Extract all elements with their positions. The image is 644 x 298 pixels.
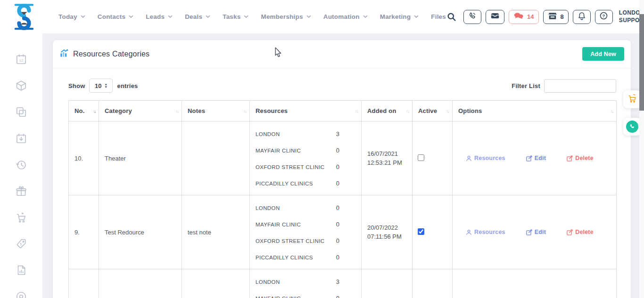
cell-options: Resources Edit Delete <box>453 121 617 195</box>
cell-category <box>99 269 182 298</box>
cell-added-on: 20/07/2022 07:11:56 PM <box>362 195 413 269</box>
column-header-category[interactable]: Category↑↓ <box>99 101 182 121</box>
cell-active <box>413 195 453 269</box>
floating-phone-button[interactable] <box>623 118 641 136</box>
resource-line: PICCADILLY CLINICS0 <box>256 175 339 192</box>
resource-line: MAYFAIR CLINIC0 <box>256 290 339 298</box>
search-icon[interactable] <box>446 11 457 23</box>
notifications-button[interactable] <box>573 10 591 24</box>
resource-name: LONDON <box>256 279 280 285</box>
edit-icon <box>526 155 532 161</box>
filter-label: Filter List <box>512 82 540 89</box>
cell-added-on: 16/07/2021 12:53:21 PM <box>362 121 413 195</box>
resource-count: 0 <box>336 180 339 187</box>
column-header-resources[interactable]: Resources↑↓ <box>250 101 362 121</box>
link-resources-label: Resources <box>474 155 505 161</box>
column-header-added-on[interactable]: Added on↑↓ <box>362 101 413 121</box>
nav-item-contacts[interactable]: Contacts <box>98 13 133 20</box>
price-tag-icon[interactable]: $ <box>15 238 27 250</box>
resource-count: 3 <box>336 130 339 137</box>
edit-icon <box>526 229 532 235</box>
cell-active <box>413 121 453 195</box>
table-row: 9. Test Redource test note LONDON0MAYFAI… <box>69 195 617 269</box>
cart-icon[interactable] <box>15 211 27 224</box>
column-header-active[interactable]: Active↑↓ <box>413 101 453 121</box>
resource-count: 3 <box>336 278 339 285</box>
nav-item-leads[interactable]: Leads <box>146 13 173 20</box>
link-edit-label: Edit <box>535 155 546 161</box>
chevron-down-icon <box>244 15 248 18</box>
active-checkbox[interactable] <box>418 228 424 235</box>
sort-icon: ↑↓ <box>175 108 178 113</box>
resource-line: MAYFAIR CLINIC0 <box>256 142 339 159</box>
resources-link[interactable]: Resources <box>466 229 505 235</box>
nav-item-marketing[interactable]: Marketing <box>380 13 419 20</box>
cell-resources: LONDON3MAYFAIR CLINIC0 <box>256 269 361 298</box>
nav-item-tasks[interactable]: Tasks <box>223 13 248 20</box>
nav-item-files[interactable]: Files <box>431 13 446 20</box>
package-icon[interactable] <box>15 80 27 92</box>
cell-no: 10. <box>69 121 99 195</box>
app-logo[interactable] <box>13 3 35 31</box>
phone-button[interactable] <box>463 10 481 24</box>
page-size-select[interactable]: 10 ▲▼ <box>89 79 113 93</box>
column-header-no-[interactable]: No.↑↓ <box>69 101 99 121</box>
add-new-button[interactable]: Add New <box>582 47 624 61</box>
column-header-notes[interactable]: Notes↑↓ <box>182 101 250 121</box>
store-count-badge: 8 <box>561 13 564 20</box>
svg-text:$: $ <box>20 242 22 246</box>
cell-options: Resources Edit Delete <box>453 195 617 269</box>
row-options: Resources Edit Delete <box>458 155 611 161</box>
added-time: 12:53:21 PM <box>367 158 406 167</box>
gift-icon[interactable] <box>15 185 27 197</box>
nav-item-deals[interactable]: Deals <box>185 13 210 20</box>
edit-link[interactable]: Edit <box>526 229 546 235</box>
phone-icon <box>626 121 638 133</box>
chevron-down-icon <box>168 15 173 18</box>
edit-link[interactable]: Edit <box>526 155 546 161</box>
nav-item-memberships[interactable]: Memberships <box>261 13 311 20</box>
cell-category: Theater <box>99 121 182 195</box>
nav-item-automation[interactable]: Automation <box>323 13 368 20</box>
resource-count: 0 <box>336 163 339 170</box>
scrollbar-thumb[interactable] <box>639 14 644 111</box>
store-button[interactable]: 8 <box>543 10 569 24</box>
calendar-icon[interactable]: 12 <box>15 53 27 65</box>
resource-line: MAYFAIR CLINIC0 <box>256 216 339 233</box>
target-icon[interactable] <box>15 290 27 298</box>
sort-icon: ↑↓ <box>355 108 358 113</box>
inbox-button[interactable] <box>486 10 504 24</box>
sort-icon: ↑↓ <box>406 108 409 113</box>
chart-icon <box>60 48 69 59</box>
column-header-options[interactable]: Options↑↓ <box>453 101 617 121</box>
added-time: 07:11:56 PM <box>367 232 406 241</box>
cell-category: Test Redource <box>99 195 182 269</box>
calendar-in-icon[interactable] <box>15 132 27 145</box>
report-icon[interactable] <box>15 264 27 276</box>
resource-count: 0 <box>336 254 339 261</box>
active-checkbox[interactable] <box>418 154 424 161</box>
delete-link[interactable]: Delete <box>567 155 594 161</box>
cell-options <box>453 269 617 298</box>
cell-notes <box>182 121 250 195</box>
chat-count-badge: 14 <box>527 13 534 20</box>
chat-button[interactable]: 14 <box>509 10 538 24</box>
copy-icon[interactable] <box>15 106 27 118</box>
resources-link[interactable]: Resources <box>466 155 505 161</box>
history-icon[interactable] <box>15 159 27 171</box>
scrollbar-track[interactable] <box>639 0 644 298</box>
show-label: Show <box>68 82 85 89</box>
chevron-down-icon <box>306 15 311 18</box>
delete-link[interactable]: Delete <box>567 229 594 235</box>
floating-cart-button[interactable] <box>623 90 641 108</box>
resources-categories-table: No.↑↓Category↑↓Notes↑↓Resources↑↓Added o… <box>68 100 617 298</box>
main-nav: TodayContactsLeadsDealsTasksMembershipsA… <box>58 13 446 20</box>
resource-line: PICCADILLY CLINICS0 <box>256 249 339 266</box>
resource-name: PICCADILLY CLINICS <box>256 181 313 186</box>
filter-input[interactable] <box>544 79 616 93</box>
help-button[interactable]: ? <box>595 10 613 24</box>
sort-icon: ↑↓ <box>446 108 449 113</box>
top-bar: TodayContactsLeadsDealsTasksMembershipsA… <box>0 0 644 33</box>
bell-icon <box>578 12 586 22</box>
nav-item-today[interactable]: Today <box>58 13 85 20</box>
